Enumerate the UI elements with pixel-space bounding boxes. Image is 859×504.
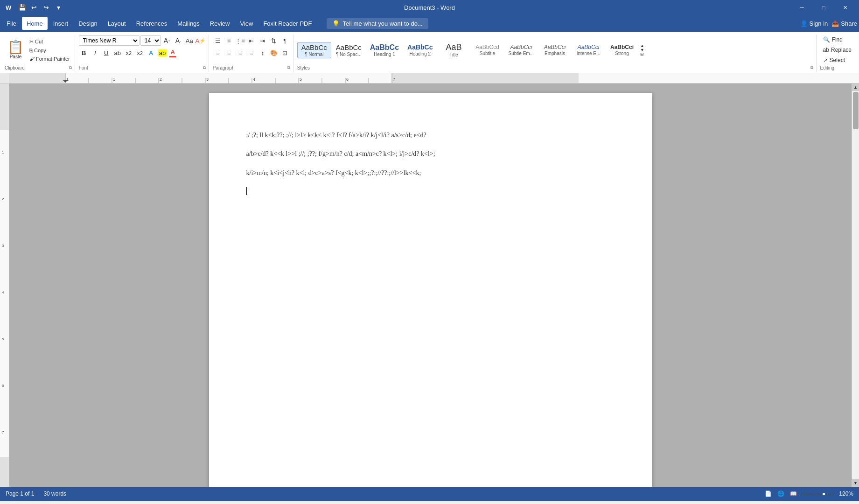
bold-button[interactable]: B	[79, 48, 89, 58]
style-intense-em[interactable]: AaBbCci Intense E...	[572, 43, 605, 56]
menu-layout[interactable]: Layout	[103, 17, 131, 30]
scroll-up-button[interactable]: ▲	[852, 84, 859, 91]
scrollbar-track[interactable]	[852, 91, 859, 479]
style-emphasis[interactable]: AaBbCci Emphasis	[538, 43, 571, 56]
redo-qat-button[interactable]: ↪	[41, 2, 51, 13]
scrollbar-thumb[interactable]	[853, 92, 859, 129]
scroll-area[interactable]: ;/ ;?; ll k<k;??; ;//; l>l> k<k< k<i? f<…	[9, 84, 852, 487]
page-content[interactable]: ;/ ;?; ll k<k;??; ;//; l>l> k<k< k<i? f<…	[246, 130, 615, 197]
highlight-color-button[interactable]: ab	[157, 49, 168, 57]
borders-button[interactable]: ⊡	[280, 48, 290, 58]
zoom-level[interactable]: 120%	[839, 490, 853, 497]
align-left-button[interactable]: ≡	[213, 48, 223, 58]
justify-button[interactable]: ≡	[246, 48, 257, 58]
decrease-font-button[interactable]: A-	[173, 35, 183, 46]
vertical-ruler: 1 2 3 4 5 6 7	[0, 84, 9, 487]
styles-scroll-buttons[interactable]: ▲ ▼ ⊞	[639, 44, 645, 56]
close-button[interactable]: ✕	[836, 1, 854, 14]
style-heading2[interactable]: AaBbCc Heading 2	[404, 42, 436, 57]
decrease-indent-button[interactable]: ⇤	[246, 35, 257, 46]
zoom-slider[interactable]: ─────●──	[803, 490, 834, 497]
styles-more-icon[interactable]: ⊞	[640, 52, 644, 56]
subscript-button[interactable]: x2	[124, 48, 134, 58]
format-painter-button[interactable]: 🖌 Format Painter	[28, 55, 72, 63]
undo-qat-button[interactable]: ↩	[29, 2, 39, 13]
paste-button[interactable]: 📋 Paste	[5, 40, 27, 60]
scroll-down-button[interactable]: ▼	[852, 479, 859, 487]
style-no-spacing-label: ¶ No Spac...	[336, 52, 362, 57]
font-color-button[interactable]: A	[168, 48, 177, 58]
font-size-select[interactable]: 14	[140, 35, 161, 46]
svg-text:7: 7	[393, 77, 395, 82]
save-qat-button[interactable]: 💾	[17, 2, 27, 13]
shading-button[interactable]: 🎨	[269, 48, 279, 58]
paragraph-4[interactable]	[246, 187, 615, 197]
document-view-read-icon[interactable]: 📖	[790, 490, 797, 497]
menu-view[interactable]: View	[235, 17, 258, 30]
show-formatting-button[interactable]: ¶	[280, 35, 290, 46]
document-view-web-icon[interactable]: 🌐	[777, 490, 784, 497]
paragraph-2[interactable]: a/b>c/d? k<<k l>>l ;//; ;??; f/g>m/n? c/…	[246, 149, 615, 159]
change-case-button[interactable]: Aa	[184, 35, 195, 46]
align-right-button[interactable]: ≡	[235, 48, 245, 58]
page-indicator[interactable]: Page 1 of 1	[6, 490, 34, 497]
line-spacing-button[interactable]: ↕	[258, 48, 268, 58]
svg-rect-3	[392, 73, 579, 83]
select-button[interactable]: ↗ Select	[820, 56, 848, 64]
find-button[interactable]: 🔍 Find	[820, 35, 845, 44]
align-center-button[interactable]: ≡	[224, 48, 234, 58]
menu-design[interactable]: Design	[74, 17, 102, 30]
superscript-button[interactable]: x2	[135, 48, 145, 58]
multilevel-list-button[interactable]: ⋮≡	[235, 35, 245, 46]
replace-button[interactable]: ab Replace	[820, 46, 854, 54]
style-heading1[interactable]: AaBbCc Heading 1	[366, 42, 403, 58]
minimize-button[interactable]: ─	[793, 1, 811, 14]
clear-formatting-button[interactable]: A⚡	[196, 35, 206, 46]
clipboard-expand-icon[interactable]: ⧉	[69, 65, 72, 70]
menu-mailings[interactable]: Mailings	[173, 17, 204, 30]
strikethrough-button[interactable]: ab	[112, 48, 123, 58]
sort-button[interactable]: ⇅	[269, 35, 279, 46]
style-subtitle[interactable]: AaBbCcd Subtitle	[471, 43, 504, 56]
menu-foxit[interactable]: Foxit Reader PDF	[258, 17, 316, 30]
copy-button[interactable]: ⎘ Copy	[28, 47, 72, 54]
share-button[interactable]: 📤 Share	[831, 20, 857, 27]
style-title[interactable]: AaB Title	[438, 42, 470, 59]
maximize-button[interactable]: □	[814, 1, 833, 14]
styles-group: AaBbCc ¶ Normal AaBbCc ¶ No Spac... AaBb…	[294, 35, 817, 72]
paragraph-3[interactable]: k/i>m/n; k<i<j<h? k<l; d>c>a>s? f<g<k; k…	[246, 168, 615, 178]
styles-expand-icon[interactable]: ⧉	[810, 65, 813, 70]
menu-references[interactable]: References	[132, 17, 172, 30]
style-heading1-preview: AaBbCc	[370, 43, 399, 52]
style-heading2-label: Heading 2	[409, 51, 431, 56]
menu-file[interactable]: File	[2, 17, 21, 30]
cut-button[interactable]: ✂ Cut	[28, 38, 72, 46]
style-strong[interactable]: AaBbCci Strong	[606, 43, 638, 56]
font-expand-icon[interactable]: ⧉	[203, 65, 206, 70]
increase-font-button[interactable]: A+	[162, 35, 172, 46]
underline-button[interactable]: U	[101, 48, 112, 58]
sign-in-button[interactable]: 👤 Sign in	[800, 20, 828, 27]
word-count[interactable]: 30 words	[43, 490, 66, 497]
menu-insert[interactable]: Insert	[49, 17, 73, 30]
menu-review[interactable]: Review	[205, 17, 235, 30]
paragraph-1[interactable]: ;/ ;?; ll k<k;??; ;//; l>l> k<k< k<i? f<…	[246, 130, 615, 140]
italic-button[interactable]: I	[90, 48, 100, 58]
style-normal[interactable]: AaBbCc ¶ Normal	[297, 42, 331, 58]
document-view-print-icon[interactable]: 📄	[765, 490, 772, 497]
style-subtle-em[interactable]: AaBbCci Subtle Em...	[505, 43, 538, 56]
numbering-button[interactable]: ≡	[224, 35, 234, 46]
customize-qat-button[interactable]: ▾	[53, 2, 63, 13]
clipboard-label: Clipboard	[5, 64, 25, 71]
document-page[interactable]: ;/ ;?; ll k<k;??; ;//; l>l> k<k< k<i? f<…	[209, 93, 652, 487]
increase-indent-button[interactable]: ⇥	[258, 35, 268, 46]
menu-home[interactable]: Home	[22, 17, 48, 30]
bullets-button[interactable]: ☰	[213, 35, 223, 46]
tell-me-input[interactable]: 💡 Tell me what you want to do...	[327, 18, 428, 29]
svg-rect-30	[0, 130, 9, 457]
text-effects-button[interactable]: A	[146, 48, 156, 58]
vertical-scrollbar[interactable]: ▲ ▼	[852, 84, 859, 487]
style-no-spacing[interactable]: AaBbCc ¶ No Spac...	[332, 42, 365, 58]
font-family-select[interactable]: Times New R	[79, 35, 140, 46]
paragraph-expand-icon[interactable]: ⧉	[287, 65, 290, 70]
